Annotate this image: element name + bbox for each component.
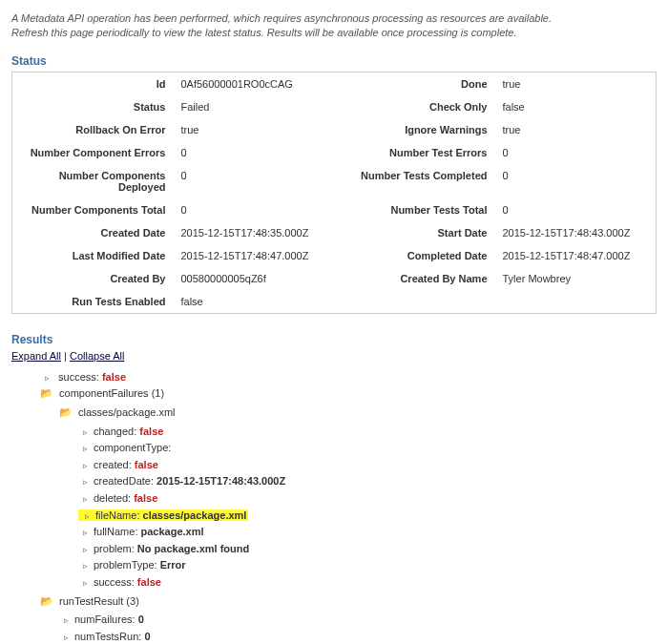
tree-componentfailures[interactable]: 📂 componentFailures (1) 📂 classes/packag… [40,385,657,591]
tree-runtestresult[interactable]: 📂 runTestResult (3) ▹numFailures: 0 ▹num… [40,593,657,645]
rt-numtestsrun[interactable]: ▹numTestsRun: 0 [59,629,657,644]
cf-filename-value: classes/package.xml [143,509,247,521]
createdbyname-label: Created By Name [334,267,495,290]
runtestresult-label: runTestResult (3) [59,595,139,607]
teststot-value: 0 [495,198,657,221]
tree-cf-item[interactable]: 📂 classes/package.xml ▹changed: false ▹c… [59,405,657,592]
tree-success[interactable]: ▹ success: false [40,369,657,386]
folder-open-icon: 📂 [40,385,53,403]
cf-path-label: classes/package.xml [78,406,176,418]
bullet-icon: ▹ [78,459,92,472]
rollback-value: true [173,118,334,141]
cf-problem-key: problem: [94,543,137,554]
cf-created-value: false [135,459,158,470]
comperr-value: 0 [173,141,334,164]
completeddate-label: Completed Date [334,244,495,267]
componentfailures-label: componentFailures (1) [59,387,164,399]
cf-changed[interactable]: ▹changed: false [78,424,657,441]
results-tree: ▹ success: false 📂 componentFailures (1)… [11,369,657,644]
cf-problemtype-key: problemType: [94,559,160,571]
cf-success-value: false [137,576,161,588]
cf-deleted[interactable]: ▹deleted: false [78,490,657,508]
checkonly-value: false [495,95,657,118]
cf-createddate[interactable]: ▹createdDate: 2015-12-15T17:48:43.000Z [78,473,657,490]
startdate-value: 2015-12-15T17:48:43.000Z [495,221,657,244]
bullet-icon: ▹ [59,631,73,644]
expand-all-link[interactable]: Expand All [11,350,61,362]
createddate-label: Created Date [12,221,174,244]
bullet-icon: ▹ [40,371,53,384]
createddate-value: 2015-12-15T17:48:35.000Z [173,221,334,244]
comperr-label: Number Component Errors [12,141,174,164]
controls-sep: | [61,350,70,362]
cf-changed-key: changed: [94,426,139,437]
testscomp-value: 0 [495,164,657,198]
cf-fullname-key: fullName: [94,526,141,537]
status-label: Status [12,95,174,118]
compdep-value: 0 [173,164,334,198]
tree-controls: Expand All | Collapse All [11,350,657,362]
cf-createddate-key: createdDate: [94,475,157,487]
cf-deleted-value: false [134,492,157,504]
bullet-icon: ▹ [78,442,92,455]
teststot-label: Number Tests Total [334,198,495,221]
cf-filename-key: fileName: [95,509,143,521]
intro-text: A Metadata API operation has been perfor… [11,11,657,41]
bullet-icon: ▹ [78,492,92,506]
done-label: Done [334,72,495,95]
folder-open-icon: 📂 [40,593,53,611]
cf-problem[interactable]: ▹problem: No package.xml found [78,541,657,558]
cf-problem-value: No package.xml found [137,543,249,554]
createdby-value: 00580000005qZ6f [173,267,334,290]
id-label: Id [12,72,174,95]
cf-componenttype-key: componentType: [94,442,171,453]
cf-problemtype-value: Error [160,559,186,571]
cf-success[interactable]: ▹success: false [78,574,657,592]
cf-success-key: success: [94,576,137,588]
bullet-icon: ▹ [59,613,73,627]
cf-filename[interactable]: ▹fileName: classes/package.xml [78,508,657,525]
cf-componenttype[interactable]: ▹componentType: [78,440,657,457]
status-value: Failed [173,95,334,118]
rt-numfailures[interactable]: ▹numFailures: 0 [59,612,657,629]
rollback-label: Rollback On Error [12,118,174,141]
createdbyname-value: Tyler Mowbrey [495,267,657,290]
runtests-value: false [173,290,334,314]
results-header: Results [11,333,657,346]
comptot-value: 0 [173,198,334,221]
status-table: Id 0Af56000001RO0cCAG Done true Status F… [11,72,657,314]
testerr-value: 0 [495,141,657,164]
compdep-label: Number Components Deployed [12,164,174,198]
done-value: true [495,72,657,95]
rt-numtestsrun-value: 0 [144,631,150,642]
testscomp-label: Number Tests Completed [334,164,495,198]
bullet-icon: ▹ [78,526,92,539]
bullet-icon: ▹ [78,426,92,439]
bullet-icon: ▹ [78,576,92,590]
folder-open-icon: 📂 [59,405,73,422]
runtests-label: Run Tests Enabled [12,290,174,314]
createdby-label: Created By [12,267,174,290]
startdate-label: Start Date [334,221,495,244]
ignorewarn-value: true [495,118,657,141]
bullet-icon: ▹ [78,543,92,556]
intro-line-1: A Metadata API operation has been perfor… [11,11,657,26]
success-key: success: [58,371,102,383]
id-value: 0Af56000001RO0cCAG [173,72,334,95]
cf-created[interactable]: ▹created: false [78,457,657,474]
ignorewarn-label: Ignore Warnings [334,118,495,141]
bullet-icon: ▹ [78,559,92,572]
testerr-label: Number Test Errors [334,141,495,164]
cf-deleted-key: deleted: [94,492,134,504]
completeddate-value: 2015-12-15T17:48:47.000Z [495,244,657,267]
cf-createddate-value: 2015-12-15T17:48:43.000Z [157,475,285,487]
intro-line-2: Refresh this page periodically to view t… [11,26,657,40]
cf-created-key: created: [94,459,135,470]
modifieddate-label: Last Modified Date [12,244,174,267]
rt-numfailures-value: 0 [138,613,144,625]
collapse-all-link[interactable]: Collapse All [70,350,124,362]
bullet-icon: ▹ [80,509,94,523]
cf-fullname[interactable]: ▹fullName: package.xml [78,524,657,541]
cf-fullname-value: package.xml [141,526,204,537]
cf-problemtype[interactable]: ▹problemType: Error [78,557,657,574]
